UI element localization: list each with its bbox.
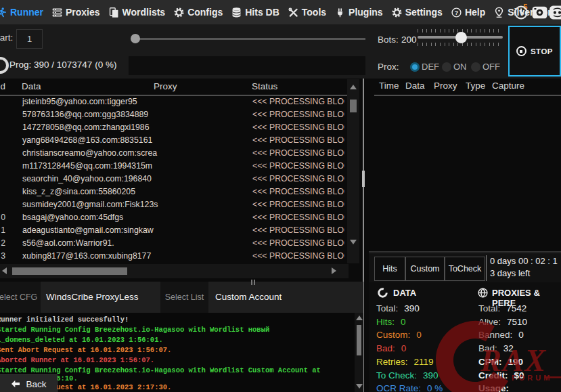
capture-header-type[interactable]: Type: [466, 81, 485, 91]
controls-panel: Start: Prog: 390 / 1073747 (0 %) Bots: 2…: [0, 24, 561, 79]
timer-elapsed: 0 days 00 : 02 : 1: [490, 256, 558, 266]
log-vscrollbar[interactable]: [355, 313, 363, 392]
capture-header-capture[interactable]: Capture: [492, 81, 524, 91]
scroll-left-icon[interactable]: [2, 267, 7, 274]
stat-row: Total:7542: [478, 303, 526, 313]
bots-label: Bots:: [378, 35, 399, 45]
capture-header-data[interactable]: Data: [405, 81, 425, 91]
menubar: RunnerProxiesWordlistsConfigsHits DBTool…: [0, 0, 561, 24]
menu-item-settings[interactable]: Settings: [391, 7, 443, 18]
gear-icon: [391, 7, 403, 18]
progress-slider-handle[interactable]: [131, 34, 140, 43]
bots-value: 200: [401, 35, 417, 45]
cell-data: s56@aol.com:Warrior91.: [22, 237, 114, 250]
scroll-up-icon[interactable]: [350, 85, 357, 89]
cell-data: christianscreamo@yahoo.com:screa: [22, 147, 157, 160]
cell-status: <<< PROCESSING BLOCK: [252, 173, 344, 186]
menu-item-plugins[interactable]: Plugins: [334, 7, 383, 18]
cell-id: 3: [0, 250, 5, 263]
panel-splitter-handle[interactable]: [362, 171, 365, 187]
discord-icon[interactable]: [549, 4, 561, 21]
table-row[interactable]: 147278058@qq.com:zhangxi1986<<< PROCESSI…: [0, 121, 347, 134]
menu-item-help[interactable]: ?Help: [451, 7, 485, 18]
menu-item-configs[interactable]: Configs: [173, 7, 223, 18]
results-vscroll-thumb[interactable]: [350, 100, 357, 112]
stat-label: Total:: [376, 303, 398, 313]
menu-item-hits-db[interactable]: Hits DB: [231, 7, 279, 18]
table-row[interactable]: jsteinb95@yahoo.com:tigger95<<< PROCESSI…: [0, 95, 347, 108]
cell-status: <<< PROCESSING BLOCK: [252, 198, 344, 211]
menubar-items: RunnerProxiesWordlistsConfigsHits DBTool…: [0, 0, 559, 24]
log-line: Started Running Config Breezehost.io-Hag…: [0, 366, 321, 374]
stat-row: Bad:0: [376, 343, 406, 353]
table-row[interactable]: 1adeagustianto@gmail.com:singkaw<<< PROC…: [0, 224, 347, 237]
stop-button[interactable]: STOP: [508, 26, 561, 77]
menu-item-wordlists[interactable]: Wordlists: [108, 7, 166, 18]
stat-label: To Check:: [376, 370, 417, 380]
table-row[interactable]: susmidey2001@gmail.com:Fisk123s<<< PROCE…: [0, 198, 347, 211]
cell-data: 578763136@qq.com:ggg3834889: [22, 108, 148, 121]
capture-header-proxy[interactable]: Proxy: [434, 81, 457, 91]
proxy-mode-radio-def[interactable]: [409, 62, 420, 72]
stat-row: Hits:0: [376, 317, 406, 327]
table-row[interactable]: seaorchin_40@yahoo.com:196840<<< PROCESS…: [0, 173, 347, 186]
tab-hits[interactable]: Hits: [374, 257, 405, 281]
stat-value: 0: [518, 330, 524, 340]
stat-label: Bad:: [478, 343, 497, 353]
bots-slider-handle[interactable]: [455, 32, 467, 43]
table-row[interactable]: kiss_z_z@sina.com:55860205<<< PROCESSING…: [0, 186, 347, 198]
scroll-down-icon[interactable]: [350, 240, 357, 244]
column-header-status[interactable]: Status: [252, 81, 277, 91]
log-scroll-up-icon[interactable]: [356, 315, 363, 320]
stat-row: OCR Rate:0 %: [376, 383, 443, 392]
table-row[interactable]: m1173128445@qq.com:1994315m<<< PROCESSIN…: [0, 160, 347, 173]
cell-status: <<< PROCESSING BLOCK: [252, 134, 344, 147]
start-input[interactable]: [16, 29, 43, 49]
data-panel-title: DATA: [393, 288, 416, 298]
column-header-id[interactable]: Id: [0, 81, 5, 91]
tab-custom[interactable]: Custom: [405, 257, 445, 281]
results-hscrollbar[interactable]: [0, 264, 349, 278]
tab-tocheck[interactable]: ToCheck: [445, 257, 485, 281]
log-vscroll-thumb[interactable]: [357, 325, 361, 355]
proxy-mode-radio-on[interactable]: [441, 62, 452, 72]
menu-item-tools[interactable]: Tools: [288, 7, 326, 18]
stat-value: 7510: [507, 317, 527, 327]
stat-label: Usage:: [478, 383, 509, 392]
table-row[interactable]: yang68494268@163.com:8835161<<< PROCESSI…: [0, 134, 347, 147]
back-button[interactable]: Back: [0, 374, 58, 392]
stat-value: 390: [404, 303, 420, 313]
stat-label: Bad:: [376, 343, 395, 353]
table-row[interactable]: 2s56@aol.com:Warrior91.<<< PROCESSING BL…: [0, 237, 347, 250]
progress-slider-track[interactable]: [133, 38, 365, 40]
camera-icon[interactable]: [531, 4, 548, 21]
stat-row: Bad:32: [478, 343, 514, 353]
runner-icon: [0, 7, 7, 18]
resize-grip[interactable]: [251, 280, 256, 285]
menu-item-label: Settings: [405, 7, 443, 18]
stat-value: 390: [423, 370, 439, 380]
results-vscrollbar[interactable]: [347, 79, 359, 263]
progress-text: Prog: 390 / 1073747 (0 %): [9, 60, 116, 70]
table-row[interactable]: 578763136@qq.com:ggg3834889<<< PROCESSIN…: [0, 108, 347, 121]
table-row[interactable]: 0bsagaj@yahoo.com:45dfgs<<< PROCESSING B…: [0, 211, 347, 224]
menu-item-proxies[interactable]: Proxies: [51, 7, 100, 18]
select-list-button[interactable]: Select List: [160, 282, 208, 313]
stat-value: 0: [401, 317, 406, 327]
proxy-mode-radio-off[interactable]: [470, 62, 481, 72]
results-hscroll-thumb[interactable]: [12, 267, 127, 275]
menu-item-label: Configs: [187, 7, 223, 18]
select-config-button[interactable]: Select CFG: [0, 282, 41, 313]
scroll-right-icon[interactable]: [332, 267, 336, 274]
help-icon: ?: [451, 7, 462, 18]
table-row[interactable]: 3xubing8177@163.com:xubing8177<<< PROCES…: [0, 250, 347, 263]
column-header-data[interactable]: Data: [22, 81, 41, 91]
capture-header-time[interactable]: Time: [379, 81, 399, 91]
menu-item-label: Plugins: [349, 7, 383, 18]
history-icon[interactable]: [512, 4, 529, 21]
log-scroll-down-icon[interactable]: [356, 384, 363, 389]
column-header-proxy[interactable]: Proxy: [154, 81, 177, 91]
table-row[interactable]: christianscreamo@yahoo.com:screa<<< PROC…: [0, 147, 347, 160]
menu-item-runner[interactable]: Runner: [0, 7, 43, 18]
cell-status: <<< PROCESSING BLOCK: [252, 121, 344, 134]
